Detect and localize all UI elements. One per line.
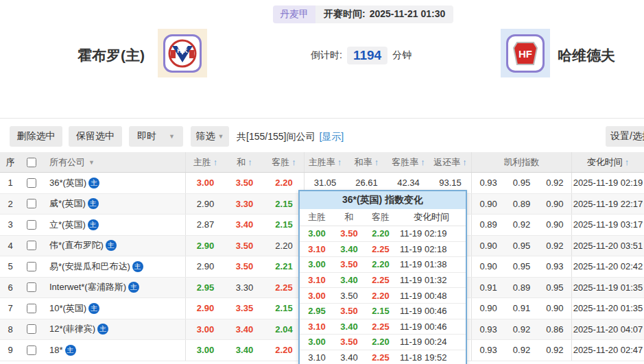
row-index: 7: [0, 298, 21, 319]
row-checkbox[interactable]: [27, 282, 36, 292]
popup-odds-value: 2.25: [364, 275, 397, 285]
change-time: 2025-11-19 02:19: [571, 173, 644, 193]
kelly-value: 0.95: [505, 241, 538, 251]
change-time: 2025-11-20 02:47: [571, 340, 644, 361]
sort-up-icon: ↑: [625, 157, 630, 167]
popup-change-time: 11-19 00:24: [397, 337, 466, 347]
kelly-value: 0.95: [538, 282, 571, 293]
row-checkbox[interactable]: [27, 220, 36, 230]
kelly-cell: 0.900.950.93: [471, 256, 571, 277]
popup-odds-value: 3.00: [300, 259, 334, 269]
popup-title: 36*(英国) 指数变化: [300, 191, 466, 209]
company-cell[interactable]: 36*(英国)主: [43, 173, 185, 193]
company-cell[interactable]: 10*(英国)主: [43, 298, 185, 319]
kelly-value: 0.90: [472, 199, 505, 209]
home-badge-icon: 主: [128, 282, 139, 293]
odds-value: 2.87: [185, 215, 225, 235]
header-away-odds[interactable]: 客胜↑: [264, 152, 304, 172]
popup-change-time: 11-19 02:19: [397, 228, 466, 239]
popup-change-time: 11-19 01:32: [397, 275, 466, 285]
header-company[interactable]: 所有公司▼: [43, 152, 185, 172]
row-index: 9: [0, 340, 21, 361]
select-all-checkbox[interactable]: [27, 158, 36, 167]
row-checkbox[interactable]: [27, 345, 36, 355]
popup-odds-row: 3.003.502.2011-19 01:38: [300, 257, 466, 273]
kelly-cell: 0.930.950.92: [471, 173, 571, 193]
popup-header-home: 主胜: [300, 211, 334, 223]
popup-odds-value: 3.10: [300, 321, 334, 332]
show-link[interactable]: [显示]: [319, 131, 344, 142]
kelly-value: 0.95: [505, 178, 538, 188]
svg-text:HF: HF: [518, 48, 532, 60]
keep-selected-button[interactable]: 保留选中: [69, 126, 122, 147]
header-draw-rate[interactable]: 和率↑: [346, 152, 387, 172]
popup-odds-value: 2.20: [364, 337, 397, 347]
row-checkbox[interactable]: [27, 178, 36, 188]
row-index: 5: [0, 256, 21, 277]
svg-text:H|K: H|K: [177, 47, 188, 54]
popup-odds-value: 3.50: [334, 228, 364, 239]
filter-dropdown[interactable]: 筛选▼: [191, 126, 229, 147]
row-checkbox[interactable]: [27, 324, 36, 334]
odds-value: 2.90: [185, 256, 225, 277]
delete-selected-button[interactable]: 删除选中: [10, 126, 62, 147]
analysis-tabs: 现场分析 数据分析 胜平负 三合一 教练分析 裁判分析 捷报猫 限免 高手推荐: [0, 86, 644, 119]
row-checkbox-cell: [21, 236, 43, 256]
kelly-value: 0.89: [472, 219, 505, 230]
popup-odds-value: 3.40: [334, 244, 364, 254]
header-home-odds[interactable]: 主胜↑: [185, 152, 225, 172]
header-home-rate[interactable]: 主胜率↑: [304, 152, 346, 172]
popup-header-draw: 和: [334, 211, 364, 223]
company-cell[interactable]: 威*(英国)主: [43, 194, 185, 215]
chevron-down-icon: ▼: [88, 159, 95, 166]
odds-value: 3.30: [225, 194, 264, 215]
popup-odds-row: 3.103.402.2511-18 19:52: [300, 350, 466, 364]
header-kelly: 凯利指数: [471, 152, 571, 172]
home-badge-icon: 主: [88, 178, 99, 189]
chevron-down-icon: ▼: [218, 133, 224, 140]
company-cell[interactable]: 易*(安提瓜和巴布达)主: [43, 256, 185, 277]
odds-change-popup: 36*(英国) 指数变化 主胜 和 客胜 变化时间 3.003.502.2011…: [298, 190, 467, 364]
popup-odds-value: 2.25: [364, 321, 397, 332]
chevron-down-icon: ▼: [169, 133, 175, 140]
header-draw-rate-label: 和率: [355, 156, 372, 169]
countdown-label: 倒计时:: [311, 49, 342, 62]
header-home-label: 主胜: [193, 156, 211, 169]
row-index: 6: [0, 278, 21, 298]
settings-button[interactable]: 设置/选择: [606, 126, 644, 147]
row-checkbox[interactable]: [27, 199, 36, 208]
change-time: 2025-11-19 03:17: [571, 215, 644, 235]
change-time: 2025-11-19 01:35: [571, 278, 644, 298]
row-checkbox-cell: [21, 256, 43, 277]
kelly-cell: 0.910.890.95: [471, 278, 571, 298]
company-cell[interactable]: 伟*(直布罗陀)主: [43, 236, 185, 256]
row-checkbox[interactable]: [27, 262, 36, 271]
kelly-value: 0.92: [538, 241, 571, 251]
kickoff-value: 2025-11-21 01:30: [370, 8, 446, 19]
popup-odds-value: 2.25: [364, 244, 397, 254]
header-return-rate[interactable]: 返还率↑: [429, 152, 471, 172]
kelly-value: 0.93: [472, 178, 505, 188]
header-kelly-label: 凯利指数: [504, 156, 540, 169]
time-mode-dropdown[interactable]: 即时▼: [129, 126, 183, 147]
popup-odds-row: 3.103.402.2511-19 00:46: [300, 319, 466, 335]
sort-up-icon: ↑: [420, 157, 425, 167]
header-draw-odds[interactable]: 和↑: [225, 152, 264, 172]
row-checkbox[interactable]: [27, 304, 36, 313]
company-cell[interactable]: 12*(菲律宾)主: [43, 319, 185, 340]
row-checkbox[interactable]: [27, 241, 36, 250]
company-cell[interactable]: 18*主: [43, 340, 185, 361]
popup-rows: 3.003.502.2011-19 02:193.103.402.2511-19…: [300, 226, 466, 364]
kelly-cell: 0.930.920.92: [471, 340, 571, 361]
league-badge[interactable]: 丹麦甲: [273, 5, 315, 23]
header-away-rate[interactable]: 客胜率↑: [387, 152, 429, 172]
company-cell[interactable]: Interwet*(塞浦路斯)主: [43, 278, 185, 298]
popup-change-time: 11-19 02:18: [397, 244, 466, 254]
row-checkbox-cell: [21, 173, 43, 193]
header-change-time-label: 变化时间: [587, 156, 623, 169]
kelly-cell: 0.900.910.90: [471, 298, 571, 319]
kelly-value: 0.92: [505, 324, 538, 335]
company-cell[interactable]: 立*(英国)主: [43, 215, 185, 235]
header-change-time[interactable]: 变化时间↑: [571, 152, 644, 172]
popup-odds-value: 3.00: [300, 228, 334, 239]
